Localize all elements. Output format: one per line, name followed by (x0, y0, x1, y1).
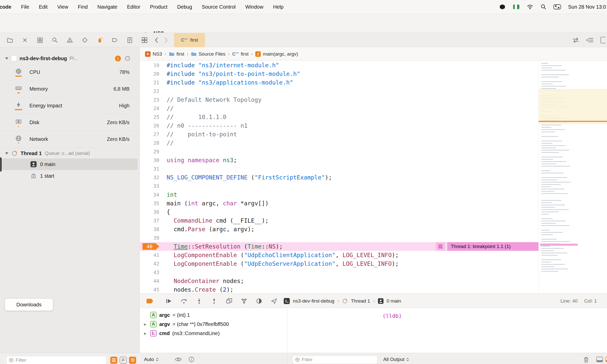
step-out-icon[interactable] (211, 298, 217, 304)
minimap[interactable] (538, 61, 607, 293)
line-number[interactable]: 25 (140, 113, 163, 121)
console-view[interactable]: (lldb) (287, 308, 607, 353)
eye-icon[interactable] (175, 357, 182, 362)
memory-graph-icon[interactable] (241, 298, 247, 304)
code-text[interactable]: #include "ns3/internet-module.h" (163, 61, 279, 70)
menu-item[interactable]: Debug (177, 4, 192, 10)
menu-item[interactable]: Window (245, 4, 263, 10)
code-text[interactable]: using namespace ns3; (163, 156, 237, 164)
breadcrumb-item[interactable]: first (169, 51, 184, 57)
disclosure-down-icon[interactable] (5, 152, 8, 155)
gauge-row-energy[interactable]: Energy ImpactHigh (0, 97, 140, 114)
breakpoints-toggle-icon[interactable] (146, 298, 154, 304)
line-number[interactable]: 45 (140, 285, 163, 293)
code-text[interactable] (163, 268, 167, 277)
line-number[interactable]: 44 (140, 277, 163, 285)
source-control-icon[interactable] (22, 37, 28, 43)
tab-first[interactable]: C++ first (174, 33, 205, 47)
line-number[interactable]: 23 (140, 95, 163, 104)
line-number[interactable]: 34 (140, 190, 163, 199)
code-text[interactable]: { (163, 208, 170, 216)
code-text[interactable]: // Default Network Topology (163, 95, 262, 104)
line-number[interactable]: 32 (140, 173, 163, 182)
navigator-filter-input[interactable] (16, 357, 104, 363)
code-text[interactable]: NodeContainer nodes; (163, 277, 244, 285)
back-button[interactable] (154, 37, 158, 43)
code-line[interactable]: 23// Default Network Topology (140, 95, 607, 104)
code-text[interactable]: #include "ns3/applications-module.h" (163, 78, 293, 87)
menu-item[interactable]: View (57, 4, 68, 10)
line-number[interactable]: 19 (140, 61, 163, 70)
forward-button[interactable] (164, 37, 168, 43)
code-line[interactable]: 34int (140, 190, 607, 199)
line-number[interactable]: 42 (140, 259, 163, 268)
view-mode-icon[interactable] (110, 357, 117, 364)
line-number[interactable]: 41 (140, 251, 163, 259)
code-line[interactable]: 38 cmd.Parse (argc, argv); (140, 225, 607, 234)
breadcrumb-item[interactable]: C++first (232, 51, 248, 57)
menu-item[interactable]: Editor (127, 4, 140, 10)
code-text[interactable]: // n0 -------------- n1 (163, 121, 248, 130)
app-menu[interactable]: code (0, 4, 11, 10)
disclosure-right-icon[interactable]: ▶ (144, 322, 148, 326)
code-text[interactable]: #include "ns3/point-to-point-module.h" (163, 70, 300, 78)
variable-row[interactable]: ▶Aargv= (char **) 0x7ffeefbff500 (140, 320, 287, 329)
runtime-issue-badge[interactable]: i (115, 56, 121, 61)
flag-filter-icon[interactable] (120, 357, 127, 364)
line-number[interactable]: 22 (140, 87, 163, 95)
code-text[interactable] (163, 147, 167, 156)
swap-edit-icon[interactable] (572, 37, 580, 43)
code-line[interactable]: 42 LogComponentEnable ("UdpEchoServerApp… (140, 259, 607, 268)
jump-thread[interactable]: Thread 1 (351, 298, 370, 304)
line-number[interactable]: 37 (140, 216, 163, 225)
code-text[interactable]: LogComponentEnable ("UdpEchoClientApplic… (163, 251, 399, 259)
cube-icon[interactable] (499, 4, 505, 10)
gauge-row-memory[interactable]: Memory6,8 MB (0, 81, 140, 97)
disclosure-right-icon[interactable]: ▶ (144, 332, 148, 335)
line-number[interactable]: 31 (140, 164, 163, 173)
menu-item[interactable]: File (21, 4, 29, 10)
code-text[interactable]: // (163, 104, 174, 113)
step-over-icon[interactable] (180, 298, 187, 304)
tab-overview-icon[interactable] (141, 37, 148, 43)
gauge-row-disk[interactable]: DiskZero KB/s (0, 114, 140, 131)
code-line[interactable]: 26// n0 -------------- n1 (140, 121, 607, 130)
output-selector-popup[interactable]: All Output (383, 357, 409, 362)
recent-filter-icon[interactable] (129, 357, 136, 364)
code-line[interactable]: 33 (140, 182, 607, 190)
breakpoint-status-label[interactable]: Thread 1: breakpoint 1.1 (1) (447, 242, 538, 251)
find-navigator-icon[interactable] (52, 37, 58, 43)
menu-item[interactable]: Help (273, 4, 283, 10)
wifi-icon[interactable] (526, 4, 534, 10)
code-line[interactable]: 21#include "ns3/applications-module.h" (140, 78, 607, 87)
code-line[interactable]: 41 LogComponentEnable ("UdpEchoClientApp… (140, 251, 607, 259)
variable-row[interactable]: ▶Lcmd(ns3::CommandLine) (140, 329, 287, 338)
code-text[interactable]: LogComponentEnable ("UdpEchoServerApplic… (163, 259, 399, 268)
stack-frame-row[interactable]: 1 start (2, 170, 138, 182)
code-text[interactable]: int (163, 190, 177, 199)
gauge-row-cpu[interactable]: CPU78% (0, 64, 140, 81)
stack-frame-row[interactable]: 0 main (2, 158, 138, 170)
code-line[interactable]: 25// 10.1.1.0 (140, 113, 607, 121)
line-number[interactable]: 29 (140, 147, 163, 156)
code-text[interactable]: NS_LOG_COMPONENT_DEFINE ("FirstScriptExa… (163, 173, 332, 182)
code-line[interactable]: 30using namespace ns3; (140, 156, 607, 164)
disclosure-down-icon[interactable] (5, 57, 8, 60)
line-number[interactable]: 24 (140, 104, 163, 113)
menu-item[interactable]: Find (78, 4, 88, 10)
continue-icon[interactable] (165, 298, 172, 304)
line-number[interactable]: 21 (140, 78, 163, 87)
input-source-flag-icon[interactable] (513, 5, 519, 9)
code-line[interactable]: 43 (140, 268, 607, 277)
code-line[interactable]: 35main (int argc, char *argv[]) (140, 199, 607, 208)
code-line[interactable]: 19#include "ns3/internet-module.h" (140, 61, 607, 70)
code-text[interactable]: CommandLine cmd (__FILE__); (163, 216, 269, 225)
debug-navigator-icon[interactable] (97, 37, 103, 43)
line-number[interactable]: 43 (140, 268, 163, 277)
project-navigator-icon[interactable] (7, 37, 13, 43)
code-line[interactable]: 29 (140, 147, 607, 156)
adjust-editor-icon[interactable] (586, 37, 594, 43)
code-text[interactable] (163, 164, 167, 173)
code-line[interactable]: 24// (140, 104, 607, 113)
code-line[interactable]: 40 Time::SetResolution (Time::NS);Thread… (140, 242, 607, 251)
